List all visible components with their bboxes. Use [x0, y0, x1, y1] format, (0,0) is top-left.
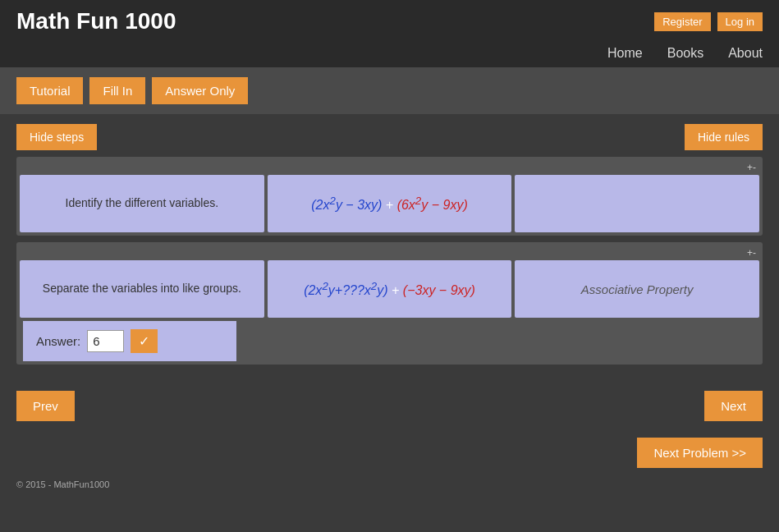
answer-box: Answer: ✓ [23, 321, 236, 361]
nav-home[interactable]: Home [607, 46, 643, 61]
answer-row: Answer: ✓ [23, 321, 759, 361]
row2-cell2-math: (2x2y+???x2y) + (−3xy − 9xy) [304, 280, 475, 298]
answer-check-button[interactable]: ✓ [131, 329, 158, 353]
next-problem-button[interactable]: Next Problem >> [637, 438, 763, 468]
next-problem-bar: Next Problem >> [0, 431, 779, 475]
nav-about[interactable]: About [728, 46, 763, 61]
row2-cell2: (2x2y+???x2y) + (−3xy − 9xy) [268, 260, 512, 318]
toolbar: Tutorial Fill In Answer Only [0, 67, 779, 114]
row1-cell2: (2x2y − 3xy) + (6x2y − 9xy) [268, 175, 512, 232]
tab-answer-only[interactable]: Answer Only [152, 77, 248, 104]
answer-label: Answer: [36, 334, 80, 348]
row1-cell1: Identify the different variables. [20, 175, 264, 232]
row1-container: +- Identify the different variables. (2x… [16, 157, 763, 236]
row1-header: +- [20, 160, 759, 175]
row1-expand[interactable]: +- [747, 162, 756, 173]
row1-cell2-math: (2x2y − 3xy) + (6x2y − 9xy) [311, 195, 468, 213]
header-top: Math Fun 1000 Register Log in [16, 8, 763, 41]
nav-books[interactable]: Books [667, 46, 703, 61]
row2-expand[interactable]: +- [747, 247, 756, 259]
row1-cell3 [515, 175, 759, 232]
tab-tutorial[interactable]: Tutorial [16, 77, 83, 104]
hide-steps-button[interactable]: Hide steps [16, 124, 97, 150]
row1-cell1-text: Identify the different variables. [66, 195, 219, 212]
steps-rules-bar: Hide steps Hide rules [16, 124, 763, 150]
footer-text: © 2015 - MathFun1000 [16, 479, 109, 489]
bottom-nav: Prev Next [0, 381, 779, 431]
row1-cells: Identify the different variables. (2x2y … [20, 175, 759, 232]
auth-buttons: Register Log in [654, 12, 763, 31]
row2-cell1: Separate the variables into like groups. [20, 260, 264, 318]
next-button[interactable]: Next [704, 391, 763, 421]
row2-cell1-text: Separate the variables into like groups. [43, 281, 241, 297]
register-button[interactable]: Register [654, 12, 710, 31]
nav-bar: Home Books About [16, 41, 763, 67]
header: Math Fun 1000 Register Log in Home Books… [0, 0, 779, 67]
hide-rules-button[interactable]: Hide rules [685, 124, 763, 150]
answer-input[interactable] [87, 330, 124, 352]
login-button[interactable]: Log in [717, 12, 763, 31]
app-title: Math Fun 1000 [16, 8, 176, 34]
main-content: Hide steps Hide rules +- Identify the di… [0, 114, 779, 381]
footer: © 2015 - MathFun1000 [0, 475, 779, 494]
row2-cell3-associative: Associative Property [581, 282, 694, 296]
tab-fillin[interactable]: Fill In [89, 77, 145, 104]
row2-container: +- Separate the variables into like grou… [16, 242, 763, 365]
prev-button[interactable]: Prev [16, 391, 75, 421]
row2-cell3: Associative Property [515, 260, 759, 318]
row2-header: +- [20, 245, 759, 260]
row2-cells: Separate the variables into like groups.… [20, 260, 759, 318]
